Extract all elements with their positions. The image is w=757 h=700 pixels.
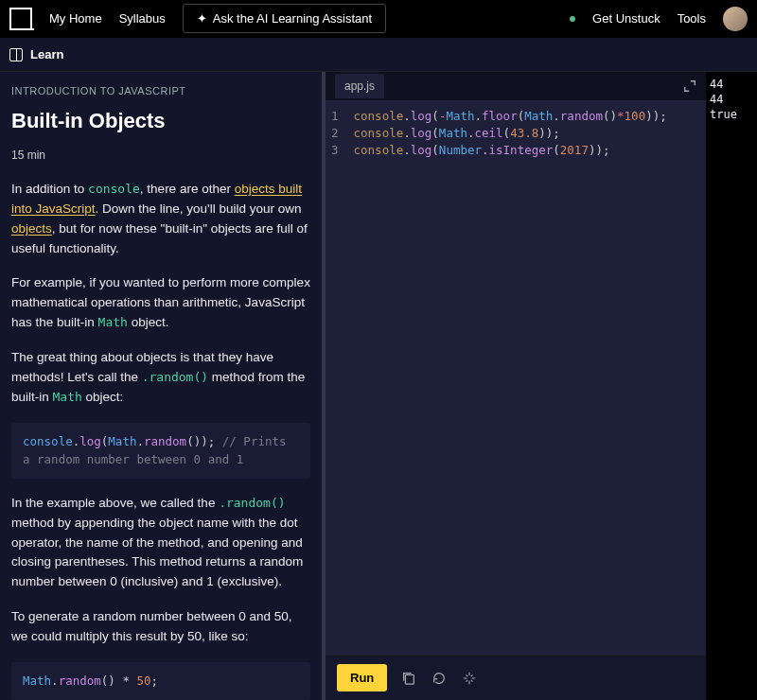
output-panel: 44 44 true (706, 72, 757, 700)
subheader: Learn (0, 38, 757, 72)
code-editor[interactable]: 1 2 3 console.log(-Math.floor(Math.rando… (326, 100, 706, 655)
refresh-icon[interactable] (431, 670, 448, 687)
paragraph: In addition to console, there are other … (11, 180, 310, 259)
top-header: My Home Syllabus ✦ Ask the AI Learning A… (0, 0, 757, 38)
nav-tools[interactable]: Tools (678, 11, 706, 26)
page-title: Built-in Objects (11, 105, 310, 137)
run-button[interactable]: Run (337, 664, 387, 691)
paragraph: In the example above, we called the .ran… (11, 494, 310, 593)
output-line: 44 (710, 93, 753, 108)
nav-get-unstuck[interactable]: Get Unstuck (592, 11, 660, 26)
avatar[interactable] (723, 7, 748, 31)
output-line: 44 (710, 78, 753, 93)
line-gutter: 1 2 3 (326, 100, 344, 655)
nav-syllabus[interactable]: Syllabus (119, 11, 166, 26)
lesson-panel: INTRODUCTION TO JAVASCRIPT Built-in Obje… (0, 72, 322, 700)
paragraph: For example, if you wanted to perform mo… (11, 273, 310, 333)
learn-label: Learn (30, 47, 63, 61)
ai-assistant-label: Ask the AI Learning Assistant (213, 11, 372, 26)
output-line: true (710, 108, 753, 123)
link-objects[interactable]: objects (11, 221, 52, 236)
codecademy-logo[interactable] (9, 8, 32, 30)
book-icon (9, 48, 23, 61)
editor-panel: app.js 1 2 3 console.log(-Math.floor(Mat… (322, 72, 706, 700)
duration: 15 min (11, 147, 310, 165)
svg-rect-0 (406, 674, 414, 684)
status-dot-icon (570, 16, 575, 22)
ai-assistant-button[interactable]: ✦ Ask the AI Learning Assistant (183, 4, 386, 33)
code-area[interactable]: console.log(-Math.floor(Math.random()*10… (344, 100, 677, 655)
sparkle-icon[interactable] (461, 670, 478, 687)
expand-icon[interactable] (683, 79, 696, 93)
copy-icon[interactable] (400, 670, 417, 687)
file-tab[interactable]: app.js (335, 74, 384, 98)
course-eyebrow: INTRODUCTION TO JAVASCRIPT (11, 83, 310, 99)
editor-tab-bar: app.js (326, 72, 706, 100)
editor-toolbar: Run (326, 655, 706, 700)
code-example: console.log(Math.random()); // Prints a … (11, 423, 310, 479)
code-example: Math.random() * 50; (11, 662, 310, 699)
sparkle-icon: ✦ (197, 11, 207, 26)
nav-my-home[interactable]: My Home (49, 11, 102, 26)
paragraph: The great thing about objects is that th… (11, 348, 310, 408)
paragraph: To generate a random number between 0 an… (11, 607, 310, 647)
